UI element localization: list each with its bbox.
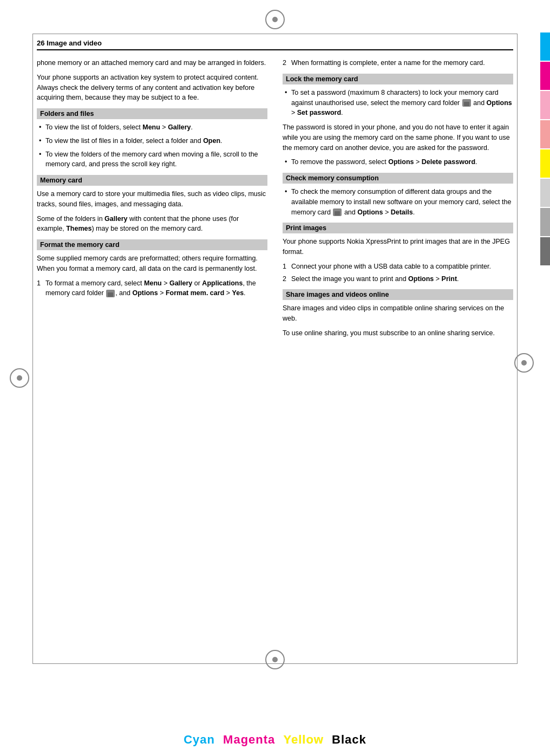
cmyk-black: Black [332,733,366,747]
main-content: 26 Image and video phone memory or an at… [37,39,513,659]
memory-card-icon-3 [333,208,342,216]
share-para1: Share images and video clips in compatib… [283,303,513,324]
folders-section-header: Folders and files [37,108,267,119]
lock-item-1: To set a password (maximum 8 characters)… [283,88,513,118]
memory-card-icon-2 [462,99,471,107]
nav-circle-left [10,368,29,388]
color-tab-magenta [540,62,550,90]
format-step-2: 2 When formatting is complete, enter a n… [283,58,513,68]
page-container: 26 Image and video phone memory or an at… [0,0,550,756]
color-tab-cyan [540,32,550,61]
format-para: Some supplied memory cards are preformat… [37,253,267,274]
check-section-header: Check memory consumption [283,173,513,184]
right-column: 2 When formatting is complete, enter a n… [283,58,513,343]
activation-para: Your phone supports an activation key sy… [37,73,267,103]
print-step1-num: 1 [283,262,286,272]
share-section-header: Share images and videos online [283,289,513,300]
print-step-1: 1 Connect your phone with a USB data cab… [283,262,513,272]
lock-section-header: Lock the memory card [283,74,513,84]
check-item-1: To check the memory consumption of diffe… [283,187,513,217]
print-section-header: Print images [283,223,513,233]
color-tab-gray-mid [540,208,550,236]
nav-circle-top [265,10,285,29]
print-step1-text: Connect your phone with a USB data cable… [291,263,491,270]
print-step-2: 2 Select the image you want to print and… [283,274,513,284]
step2-text: When formatting is complete, enter a nam… [291,59,485,67]
memory-card-para1: Use a memory card to store your multimed… [37,189,267,210]
two-col-layout: phone memory or an attached memory card … [37,58,513,343]
format-step2-list: 2 When formatting is complete, enter a n… [283,58,513,68]
page-header-text: 26 Image and video [37,39,102,47]
share-para2: To use online sharing, you must subscrib… [283,328,513,338]
print-step2-num: 2 [283,274,286,284]
folders-list: To view the list of folders, select Menu… [37,122,267,170]
format-step-1: 1 To format a memory card, select Menu >… [37,278,267,299]
h-line-top [32,34,518,34]
v-line-left [32,34,33,664]
cmyk-separator-3 [324,733,332,747]
color-tab-gray-dark [540,237,550,265]
step2-num: 2 [283,58,286,68]
memory-card-icon-1 [106,290,115,297]
lock-para: The password is stored in your phone, an… [283,122,513,153]
cmyk-yellow: Yellow [283,733,323,747]
folders-item-1: To view the list of folders, select Menu… [37,122,267,133]
lock-list-2: To remove the password, select Options >… [283,157,513,167]
print-steps: 1 Connect your phone with a USB data cab… [283,262,513,284]
page-header: 26 Image and video [37,39,513,50]
cmyk-magenta: Magenta [223,733,275,747]
folders-item-3: To view the folders of the memory card w… [37,149,267,170]
h-line-bottom [32,663,518,664]
color-tab-red [540,120,550,148]
left-column: phone memory or an attached memory card … [37,58,267,343]
lock-item-2: To remove the password, select Options >… [283,157,513,167]
intro-para: phone memory or an attached memory card … [37,58,267,68]
cmyk-separator-2 [275,733,283,747]
cmyk-separator-1 [215,733,223,747]
format-steps: 1 To format a memory card, select Menu >… [37,278,267,299]
color-tab-pink [540,91,550,119]
v-line-right [517,34,518,664]
cmyk-bar: Cyan Magenta Yellow Black [0,724,550,756]
color-tabs [540,32,550,265]
memory-card-para2: Some of the folders in Gallery with cont… [37,214,267,234]
color-tab-yellow [540,149,550,178]
cmyk-cyan: Cyan [184,733,215,747]
folders-item-2: To view the list of files in a folder, s… [37,136,267,146]
memory-card-section-header: Memory card [37,175,267,186]
color-tab-gray-light [540,179,550,207]
print-para: Your phone supports Nokia XpressPrint to… [283,237,513,257]
step1-num: 1 [37,278,41,289]
lock-list: To set a password (maximum 8 characters)… [283,88,513,118]
check-list: To check the memory consumption of diffe… [283,187,513,217]
format-section-header: Format the memory card [37,239,267,250]
